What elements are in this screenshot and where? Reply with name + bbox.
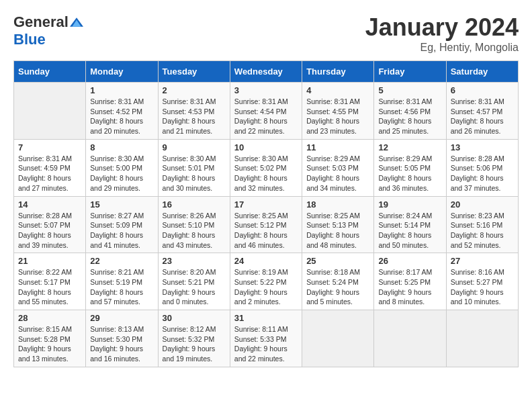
day-info: Sunrise: 8:30 AMSunset: 5:01 PMDaylight:… — [163, 154, 226, 193]
day-info: Sunrise: 8:19 AMSunset: 5:22 PMDaylight:… — [234, 267, 298, 307]
day-info: Sunrise: 8:11 AMSunset: 5:33 PMDaylight:… — [234, 324, 298, 364]
calendar-week-row: 1Sunrise: 8:31 AMSunset: 4:52 PMDaylight… — [14, 83, 519, 140]
calendar-day-cell: 17Sunrise: 8:25 AMSunset: 5:12 PMDayligh… — [230, 196, 302, 253]
calendar-day-cell: 3Sunrise: 8:31 AMSunset: 4:54 PMDaylight… — [230, 83, 302, 140]
calendar-day-cell — [302, 310, 374, 367]
day-info: Sunrise: 8:26 AMSunset: 5:10 PMDaylight:… — [163, 211, 226, 250]
calendar-day-cell: 8Sunrise: 8:30 AMSunset: 5:00 PMDaylight… — [86, 139, 158, 196]
day-number: 28 — [18, 313, 81, 323]
logo-general-text: General — [13, 13, 69, 31]
day-number: 20 — [451, 199, 514, 210]
logo-blue-text: Blue — [13, 31, 46, 48]
month-title: January 2024 — [365, 13, 519, 42]
weekday-header-tuesday: Tuesday — [158, 61, 230, 83]
calendar-day-cell: 26Sunrise: 8:17 AMSunset: 5:25 PMDayligh… — [374, 253, 446, 310]
calendar-day-cell — [374, 310, 446, 367]
calendar-day-cell: 11Sunrise: 8:29 AMSunset: 5:03 PMDayligh… — [302, 139, 374, 196]
day-info: Sunrise: 8:31 AMSunset: 4:54 PMDaylight:… — [234, 97, 298, 136]
day-number: 2 — [163, 85, 226, 95]
calendar-day-cell: 24Sunrise: 8:19 AMSunset: 5:22 PMDayligh… — [230, 253, 302, 310]
calendar-day-cell: 7Sunrise: 8:31 AMSunset: 4:59 PMDaylight… — [14, 139, 86, 196]
calendar-day-cell: 4Sunrise: 8:31 AMSunset: 4:55 PMDaylight… — [302, 83, 374, 140]
day-number: 10 — [234, 142, 298, 152]
logo: General Blue — [13, 13, 83, 48]
weekday-header-thursday: Thursday — [302, 61, 374, 83]
day-info: Sunrise: 8:29 AMSunset: 5:03 PMDaylight:… — [306, 154, 369, 193]
day-number: 18 — [306, 199, 369, 210]
weekday-header-saturday: Saturday — [446, 61, 518, 83]
day-info: Sunrise: 8:31 AMSunset: 4:56 PMDaylight:… — [378, 97, 441, 136]
day-number: 8 — [90, 142, 153, 152]
day-info: Sunrise: 8:22 AMSunset: 5:17 PMDaylight:… — [18, 267, 81, 307]
day-info: Sunrise: 8:31 AMSunset: 4:53 PMDaylight:… — [163, 97, 226, 136]
location: Eg, Hentiy, Mongolia — [365, 42, 519, 54]
day-number: 16 — [163, 199, 226, 210]
day-info: Sunrise: 8:28 AMSunset: 5:07 PMDaylight:… — [18, 211, 81, 250]
day-number: 11 — [306, 142, 369, 152]
day-number: 9 — [163, 142, 226, 152]
day-number: 13 — [451, 142, 514, 152]
day-number: 24 — [234, 256, 298, 266]
calendar-day-cell: 29Sunrise: 8:13 AMSunset: 5:30 PMDayligh… — [86, 310, 158, 367]
logo-icon — [70, 15, 83, 29]
day-number: 4 — [306, 85, 369, 95]
day-number: 14 — [18, 199, 81, 210]
title-block: January 2024 Eg, Hentiy, Mongolia — [365, 13, 519, 54]
day-number: 12 — [378, 142, 441, 152]
weekday-header-sunday: Sunday — [14, 61, 86, 83]
calendar-day-cell: 22Sunrise: 8:21 AMSunset: 5:19 PMDayligh… — [86, 253, 158, 310]
day-number: 6 — [451, 85, 514, 95]
day-info: Sunrise: 8:28 AMSunset: 5:06 PMDaylight:… — [451, 154, 514, 193]
calendar-day-cell: 23Sunrise: 8:20 AMSunset: 5:21 PMDayligh… — [158, 253, 230, 310]
day-info: Sunrise: 8:16 AMSunset: 5:27 PMDaylight:… — [451, 267, 514, 307]
day-info: Sunrise: 8:25 AMSunset: 5:13 PMDaylight:… — [306, 211, 369, 250]
day-info: Sunrise: 8:30 AMSunset: 5:00 PMDaylight:… — [90, 154, 153, 193]
calendar-day-cell: 14Sunrise: 8:28 AMSunset: 5:07 PMDayligh… — [14, 196, 86, 253]
day-info: Sunrise: 8:12 AMSunset: 5:32 PMDaylight:… — [163, 324, 226, 364]
calendar-day-cell — [14, 83, 86, 140]
day-number: 1 — [90, 85, 153, 95]
day-info: Sunrise: 8:18 AMSunset: 5:24 PMDaylight:… — [306, 267, 369, 307]
calendar-day-cell: 10Sunrise: 8:30 AMSunset: 5:02 PMDayligh… — [230, 139, 302, 196]
day-info: Sunrise: 8:27 AMSunset: 5:09 PMDaylight:… — [90, 211, 153, 250]
calendar-day-cell: 21Sunrise: 8:22 AMSunset: 5:17 PMDayligh… — [14, 253, 86, 310]
weekday-header-monday: Monday — [86, 61, 158, 83]
calendar-day-cell: 1Sunrise: 8:31 AMSunset: 4:52 PMDaylight… — [86, 83, 158, 140]
day-info: Sunrise: 8:20 AMSunset: 5:21 PMDaylight:… — [163, 267, 226, 307]
day-info: Sunrise: 8:31 AMSunset: 4:59 PMDaylight:… — [18, 154, 81, 193]
calendar-day-cell: 6Sunrise: 8:31 AMSunset: 4:57 PMDaylight… — [446, 83, 518, 140]
day-number: 29 — [90, 313, 153, 323]
calendar-week-row: 21Sunrise: 8:22 AMSunset: 5:17 PMDayligh… — [14, 253, 519, 310]
calendar-day-cell: 2Sunrise: 8:31 AMSunset: 4:53 PMDaylight… — [158, 83, 230, 140]
day-info: Sunrise: 8:30 AMSunset: 5:02 PMDaylight:… — [234, 154, 298, 193]
day-info: Sunrise: 8:31 AMSunset: 4:55 PMDaylight:… — [306, 97, 369, 136]
day-info: Sunrise: 8:29 AMSunset: 5:05 PMDaylight:… — [378, 154, 441, 193]
day-number: 15 — [90, 199, 153, 210]
calendar-day-cell: 15Sunrise: 8:27 AMSunset: 5:09 PMDayligh… — [86, 196, 158, 253]
day-number: 23 — [163, 256, 226, 266]
calendar-day-cell: 18Sunrise: 8:25 AMSunset: 5:13 PMDayligh… — [302, 196, 374, 253]
calendar-day-cell: 25Sunrise: 8:18 AMSunset: 5:24 PMDayligh… — [302, 253, 374, 310]
day-number: 5 — [378, 85, 441, 95]
day-info: Sunrise: 8:23 AMSunset: 5:16 PMDaylight:… — [451, 211, 514, 250]
calendar-day-cell: 9Sunrise: 8:30 AMSunset: 5:01 PMDaylight… — [158, 139, 230, 196]
day-number: 30 — [163, 313, 226, 323]
calendar-day-cell: 16Sunrise: 8:26 AMSunset: 5:10 PMDayligh… — [158, 196, 230, 253]
day-info: Sunrise: 8:15 AMSunset: 5:28 PMDaylight:… — [18, 324, 81, 364]
day-info: Sunrise: 8:21 AMSunset: 5:19 PMDaylight:… — [90, 267, 153, 307]
day-number: 26 — [378, 256, 441, 266]
calendar-week-row: 7Sunrise: 8:31 AMSunset: 4:59 PMDaylight… — [14, 139, 519, 196]
calendar-day-cell: 19Sunrise: 8:24 AMSunset: 5:14 PMDayligh… — [374, 196, 446, 253]
day-info: Sunrise: 8:13 AMSunset: 5:30 PMDaylight:… — [90, 324, 153, 364]
calendar-day-cell: 5Sunrise: 8:31 AMSunset: 4:56 PMDaylight… — [374, 83, 446, 140]
calendar-day-cell: 12Sunrise: 8:29 AMSunset: 5:05 PMDayligh… — [374, 139, 446, 196]
calendar-day-cell: 31Sunrise: 8:11 AMSunset: 5:33 PMDayligh… — [230, 310, 302, 367]
day-info: Sunrise: 8:31 AMSunset: 4:57 PMDaylight:… — [451, 97, 514, 136]
page-header: General Blue January 2024 Eg, Hentiy, Mo… — [13, 13, 519, 54]
day-number: 31 — [234, 313, 298, 323]
weekday-header-friday: Friday — [374, 61, 446, 83]
day-info: Sunrise: 8:24 AMSunset: 5:14 PMDaylight:… — [378, 211, 441, 250]
calendar-day-cell: 13Sunrise: 8:28 AMSunset: 5:06 PMDayligh… — [446, 139, 518, 196]
day-number: 7 — [18, 142, 81, 152]
calendar-day-cell: 28Sunrise: 8:15 AMSunset: 5:28 PMDayligh… — [14, 310, 86, 367]
